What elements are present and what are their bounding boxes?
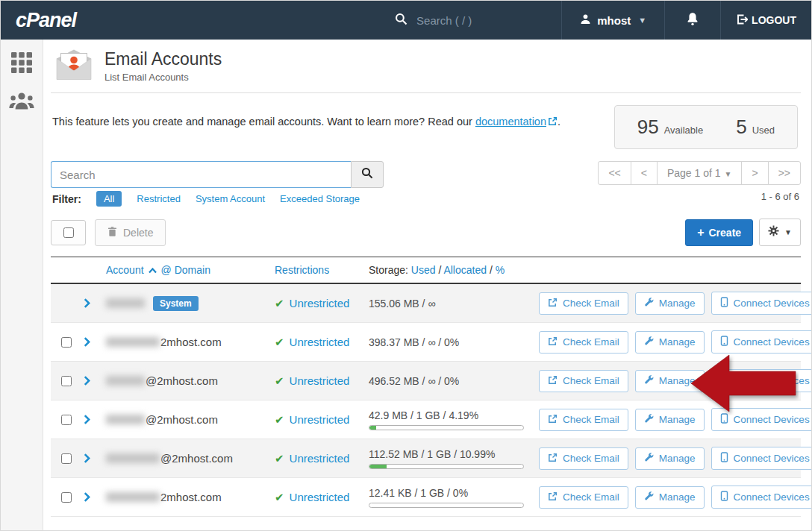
storage-header-prefix: Storage:	[369, 264, 411, 276]
sort-storage-allocated[interactable]: Allocated	[443, 264, 487, 276]
pagination-first-button[interactable]: <<	[598, 161, 631, 185]
search-button[interactable]	[351, 161, 384, 188]
manage-label: Manage	[659, 375, 696, 386]
row-checkbox[interactable]	[61, 453, 72, 464]
check-icon: ✔	[275, 491, 284, 504]
result-range: 1 - 6 of 6	[598, 191, 801, 202]
connect-devices-label: Connect Devices	[734, 453, 810, 464]
expand-row-button[interactable]	[84, 453, 106, 463]
page-title: Email Accounts	[104, 49, 222, 70]
sort-account-header[interactable]: Account	[106, 264, 144, 276]
notifications-button[interactable]	[665, 1, 720, 40]
user-menu[interactable]: mhost ▼	[562, 13, 664, 27]
manage-button[interactable]: Manage	[635, 486, 705, 509]
sort-storage-used[interactable]: Used	[411, 264, 436, 276]
account-domain: 2mhost.com	[160, 491, 222, 503]
manage-button[interactable]: Manage	[635, 370, 705, 392]
check-email-label: Check Email	[563, 453, 619, 464]
connect-devices-button[interactable]: Connect Devices	[711, 447, 812, 470]
main-content: Email Accounts List Email Accounts This …	[43, 40, 811, 530]
redacted-account-name	[106, 492, 160, 502]
settings-dropdown-button[interactable]: ▼	[759, 219, 801, 246]
sidebar-item-apps-grid[interactable]	[1, 40, 43, 86]
create-label: Create	[709, 227, 742, 239]
filter-all[interactable]: All	[96, 191, 122, 207]
create-button[interactable]: + Create	[685, 219, 753, 246]
select-all-checkbox[interactable]	[63, 227, 74, 238]
sort-restrictions-header[interactable]: Restrictions	[275, 264, 369, 276]
check-email-button[interactable]: Check Email	[539, 486, 628, 509]
delete-button[interactable]: Delete	[95, 219, 166, 246]
account-domain: 2mhost.com	[160, 336, 222, 348]
logout-button[interactable]: LOGOUT	[721, 1, 811, 40]
page-header: Email Accounts List Email Accounts	[51, 40, 801, 93]
filter-exceeded-storage[interactable]: Exceeded Storage	[280, 193, 360, 204]
storage-progress-fill	[369, 465, 387, 468]
connect-devices-button[interactable]: Connect Devices	[711, 486, 812, 509]
check-email-button[interactable]: Check Email	[539, 331, 628, 354]
wrench-icon	[644, 491, 654, 503]
expand-row-button[interactable]	[84, 376, 106, 386]
sidebar-item-user-manager[interactable]	[1, 86, 43, 122]
plus-icon: +	[697, 226, 704, 239]
pagination-next-button[interactable]: >	[741, 161, 768, 185]
check-email-button[interactable]: Check Email	[539, 370, 628, 392]
connect-devices-button[interactable]: Connect Devices	[711, 330, 812, 354]
storage-header-separator: /	[436, 264, 444, 276]
mobile-icon	[720, 297, 728, 310]
filter-restricted[interactable]: Restricted	[137, 193, 181, 204]
sort-storage-percent[interactable]: %	[496, 264, 505, 276]
connect-devices-label: Connect Devices	[734, 298, 810, 309]
search-input[interactable]	[51, 161, 351, 188]
external-link-icon	[548, 116, 558, 128]
chevron-down-icon: ▼	[638, 16, 646, 25]
wrench-icon	[644, 414, 654, 426]
pagination-last-button[interactable]: >>	[768, 161, 801, 185]
chevron-down-icon: ▼	[784, 228, 792, 236]
global-search[interactable]: Search ( / )	[395, 13, 472, 28]
pagination-prev-button[interactable]: <	[631, 161, 658, 185]
chevron-down-icon: ▼	[725, 170, 732, 178]
expand-row-button[interactable]	[84, 337, 106, 347]
sort-asc-icon	[149, 264, 157, 276]
search-icon	[395, 13, 407, 28]
table-row: @2mhost.com ✔Unrestricted 496.52 MB / ∞ …	[51, 362, 801, 400]
pagination-page-selector[interactable]: Page 1 of 1▼	[657, 161, 743, 185]
expand-row-button[interactable]	[84, 298, 106, 308]
row-checkbox[interactable]	[61, 415, 72, 425]
row-checkbox[interactable]	[61, 492, 72, 503]
connect-devices-button[interactable]: Connect Devices	[711, 369, 812, 392]
check-email-button[interactable]: Check Email	[539, 292, 628, 315]
check-email-label: Check Email	[563, 375, 619, 386]
restrictions-value: Unrestricted	[290, 336, 350, 348]
cpanel-logo[interactable]: cPanel	[1, 9, 76, 32]
row-checkbox[interactable]	[61, 376, 72, 386]
check-email-label: Check Email	[563, 336, 619, 348]
manage-label: Manage	[659, 298, 696, 309]
mobile-icon	[720, 491, 728, 503]
check-icon: ✔	[275, 336, 284, 349]
check-email-label: Check Email	[563, 491, 619, 503]
storage-progress-bar	[369, 503, 524, 508]
list-controls: Filter: All Restricted System Account Ex…	[51, 161, 801, 207]
manage-button[interactable]: Manage	[635, 331, 705, 354]
check-icon: ✔	[275, 413, 284, 427]
documentation-link[interactable]: documentation	[475, 116, 546, 128]
connect-devices-button[interactable]: Connect Devices	[711, 292, 812, 315]
connect-devices-button[interactable]: Connect Devices	[711, 408, 812, 431]
row-checkbox[interactable]	[61, 337, 72, 348]
check-email-button[interactable]: Check Email	[539, 447, 628, 470]
check-email-button[interactable]: Check Email	[539, 409, 628, 431]
table-toolbar: Delete + Create ▼	[51, 219, 801, 246]
filter-system-account[interactable]: System Account	[196, 193, 265, 204]
expand-row-button[interactable]	[84, 492, 106, 502]
available-stat: 95 Available	[637, 116, 703, 139]
manage-button[interactable]: Manage	[635, 447, 705, 470]
manage-button[interactable]: Manage	[635, 409, 705, 431]
global-search-placeholder: Search ( / )	[416, 14, 472, 27]
manage-button[interactable]: Manage	[635, 292, 705, 315]
expand-row-button[interactable]	[84, 415, 106, 424]
redacted-account-name	[106, 298, 145, 308]
sort-domain-header[interactable]: @ Domain	[161, 264, 210, 276]
pagination: << < Page 1 of 1▼ > >> 1 - 6 of 6	[598, 161, 801, 202]
